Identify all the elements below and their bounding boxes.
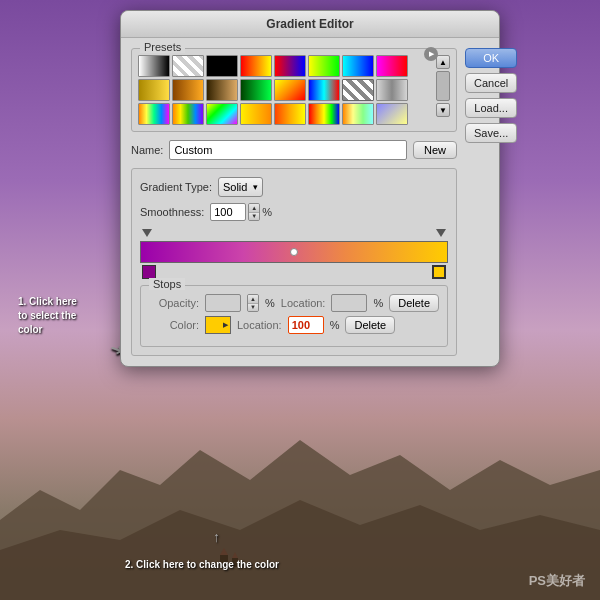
dialog-container: Gradient Editor Presets [120,10,500,367]
gradient-bar-container [140,229,448,279]
preset-swatch-17[interactable] [138,103,170,125]
presets-menu-button[interactable] [424,47,438,61]
presets-grid-wrapper: ▲ ▼ [138,55,450,125]
color-delete-button[interactable]: Delete [345,316,395,334]
preset-swatch-24[interactable] [376,103,408,125]
gradient-bar[interactable] [140,241,448,263]
preset-swatch-7[interactable] [342,55,374,77]
preset-swatch-21[interactable] [274,103,306,125]
opacity-row: Opacity: ▲ ▼ % Location: % Delete [149,294,439,312]
gradient-settings-group: Gradient Type: Solid Smoothness: ▲ [131,168,457,356]
save-button[interactable]: Save... [465,123,517,143]
name-label: Name: [131,144,163,156]
preset-swatch-23[interactable] [342,103,374,125]
dialog-main: Presets [131,48,457,356]
preset-swatch-22[interactable] [308,103,340,125]
scroll-up-arrow[interactable]: ▲ [436,55,450,69]
gradient-stops-bottom [140,265,448,279]
preset-swatch-15[interactable] [342,79,374,101]
preset-swatch-2[interactable] [172,55,204,77]
dialog-title: Gradient Editor [266,17,353,31]
annotation-arrow-2: ↑ [213,529,220,545]
preset-swatch-19[interactable] [206,103,238,125]
preset-swatch-9[interactable] [138,79,170,101]
opacity-stepper[interactable]: ▲ ▼ [247,294,259,312]
smoothness-input[interactable] [210,203,246,221]
preset-swatch-13[interactable] [274,79,306,101]
gradient-type-select[interactable]: Solid [218,177,263,197]
preset-swatch-5[interactable] [274,55,306,77]
preset-swatch-14[interactable] [308,79,340,101]
opacity-stop-right[interactable] [436,229,446,239]
preset-swatch-18[interactable] [172,103,204,125]
watermark: PS美好者 [529,572,585,590]
opacity-input[interactable] [205,294,241,312]
gradient-type-label: Gradient Type: [140,181,212,193]
opacity-stepper-up[interactable]: ▲ [248,295,258,304]
preset-swatch-6[interactable] [308,55,340,77]
presets-grid [138,55,432,125]
annotation-2: 2. Click here to change the color [125,559,279,570]
color-label: Color: [149,319,199,331]
smoothness-percent: % [262,206,272,218]
color-location-percent: % [330,319,340,331]
smoothness-input-group: ▲ ▼ % [210,203,272,221]
annotation-1: 1. Click hereto select thecolor [18,295,108,337]
opacity-stop-left[interactable] [142,229,152,239]
load-button[interactable]: Load... [465,98,517,118]
color-location-input[interactable] [288,316,324,334]
dialog-buttons: OK Cancel Load... Save... [465,48,517,356]
ok-button[interactable]: OK [465,48,517,68]
new-button[interactable]: New [413,141,457,159]
opacity-label: Opacity: [149,297,199,309]
stops-group: Stops Opacity: ▲ ▼ % Location: [140,285,448,347]
color-row: Color: Location: % Delete [149,316,439,334]
gradient-type-value: Solid [223,181,247,193]
gradient-stops-top [140,229,448,239]
scroll-down-arrow[interactable]: ▼ [436,103,450,117]
smoothness-label: Smoothness: [140,206,204,218]
preset-swatch-10[interactable] [172,79,204,101]
smoothness-stepper[interactable]: ▲ ▼ [248,203,260,221]
presets-scrollbar: ▲ ▼ [436,55,450,117]
preset-swatch-4[interactable] [240,55,272,77]
dialog-content: Presets [121,38,499,366]
gradient-type-arrow [253,182,258,192]
gradient-midpoint[interactable] [290,248,298,256]
preset-swatch-16[interactable] [376,79,408,101]
preset-swatch-3[interactable] [206,55,238,77]
presets-label: Presets [140,41,185,53]
opacity-location-percent: % [373,297,383,309]
gradient-editor-dialog: Gradient Editor Presets [120,10,500,367]
preset-swatch-8[interactable] [376,55,408,77]
color-location-label: Location: [237,319,282,331]
preset-swatch-12[interactable] [240,79,272,101]
opacity-location-label: Location: [281,297,326,309]
color-stop-left[interactable] [142,265,156,279]
preset-swatch-20[interactable] [240,103,272,125]
dialog-titlebar: Gradient Editor [121,11,499,38]
preset-swatch-1[interactable] [138,55,170,77]
opacity-stepper-down[interactable]: ▼ [248,304,258,312]
stops-label: Stops [149,278,185,290]
opacity-location-input[interactable] [331,294,367,312]
smoothness-row: Smoothness: ▲ ▼ % [140,203,448,221]
scroll-track[interactable] [436,71,450,101]
type-row: Gradient Type: Solid [140,177,448,197]
color-swatch-button[interactable] [205,316,231,334]
color-stop-right[interactable] [432,265,446,279]
name-row: Name: New [131,140,457,160]
smoothness-stepper-up[interactable]: ▲ [249,204,259,213]
presets-group: Presets [131,48,457,132]
smoothness-stepper-down[interactable]: ▼ [249,213,259,221]
cancel-button[interactable]: Cancel [465,73,517,93]
preset-swatch-11[interactable] [206,79,238,101]
opacity-percent: % [265,297,275,309]
name-input[interactable] [169,140,407,160]
opacity-delete-button[interactable]: Delete [389,294,439,312]
